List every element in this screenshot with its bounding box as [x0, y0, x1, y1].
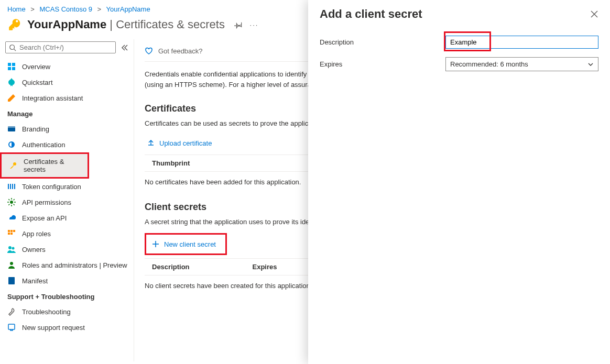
sidebar-item-label: Overview [22, 63, 50, 71]
svg-rect-19 [10, 233, 13, 235]
page-title: YourAppName | Certificates & secrets [27, 18, 225, 31]
svg-point-22 [10, 262, 13, 265]
sidebar-item-label: New support request [22, 324, 85, 332]
sidebar-item-label: Owners [22, 246, 46, 253]
sidebar-item-label: Expose an API [22, 214, 67, 222]
svg-rect-24 [8, 324, 15, 329]
support-request-icon [7, 323, 16, 332]
page-title-section: Certificates & secrets [116, 18, 225, 31]
sidebar-item-integration-assistant[interactable]: Integration assistant [0, 90, 134, 106]
svg-rect-3 [12, 63, 15, 66]
col-thumbprint: Thumbprint [152, 159, 190, 167]
svg-point-20 [8, 246, 12, 249]
sidebar-item-label: Integration assistant [22, 94, 83, 102]
sidebar-item-expose-api[interactable]: Expose an API [0, 210, 134, 226]
sidebar-item-label: Branding [22, 125, 49, 133]
owners-icon [7, 245, 16, 253]
col-description: Description [152, 263, 190, 271]
quickstart-icon [7, 78, 16, 86]
svg-rect-4 [8, 67, 11, 70]
svg-line-1 [14, 49, 16, 51]
upload-certificate-button[interactable]: Upload certificate [145, 135, 214, 151]
search-input[interactable] [19, 43, 112, 51]
authentication-icon [7, 140, 16, 149]
sidebar-item-manifest[interactable]: Manifest [0, 273, 134, 289]
chevron-down-icon [587, 61, 594, 68]
expires-value: Recommended: 6 months [450, 60, 528, 68]
breadcrumb-org[interactable]: MCAS Contoso 9 [40, 5, 92, 13]
token-icon [7, 182, 16, 191]
svg-rect-2 [8, 63, 11, 66]
sidebar-item-label: Authentication [22, 141, 65, 149]
svg-point-21 [12, 247, 15, 250]
sidebar-item-label: Troubleshooting [22, 308, 71, 316]
sidebar-item-api-permissions[interactable]: API permissions [0, 194, 134, 210]
sidebar-item-roles-administrators[interactable]: Roles and administrators | Preview [0, 257, 134, 273]
close-icon [590, 10, 598, 18]
expires-select[interactable]: Recommended: 6 months [445, 57, 598, 71]
svg-rect-15 [8, 230, 10, 232]
expose-api-icon [7, 214, 16, 222]
svg-point-14 [10, 201, 13, 204]
sidebar-item-label: Quickstart [22, 79, 53, 86]
add-client-secret-panel: Add a client secret Description Expires … [308, 0, 610, 364]
svg-rect-16 [10, 230, 13, 232]
page-title-app: YourAppName [27, 18, 106, 31]
sidebar-item-label: App roles [22, 230, 51, 238]
description-label: Description [320, 38, 445, 46]
col-expires: Expires [253, 263, 277, 271]
troubleshooting-icon [7, 307, 16, 316]
search-input-wrapper[interactable] [5, 41, 116, 53]
sidebar-item-troubleshooting[interactable]: Troubleshooting [0, 304, 134, 319]
new-client-secret-button[interactable]: New client secret [146, 235, 225, 253]
breadcrumb-home[interactable]: Home [7, 5, 26, 13]
upload-certificate-label: Upload certificate [159, 139, 212, 147]
expires-label: Expires [320, 60, 445, 68]
sidebar-item-overview[interactable]: Overview [0, 59, 134, 74]
breadcrumb-sep: > [97, 5, 102, 13]
sidebar-item-owners[interactable]: Owners [0, 241, 134, 257]
svg-point-0 [10, 45, 15, 49]
plus-icon [151, 240, 160, 248]
app-roles-icon [7, 229, 16, 238]
more-icon[interactable]: ··· [250, 20, 258, 29]
key-icon [7, 17, 22, 32]
panel-title: Add a client secret [320, 7, 422, 21]
collapse-sidebar-icon[interactable] [120, 43, 128, 52]
api-permissions-icon [7, 198, 16, 206]
sidebar-item-token-configuration[interactable]: Token configuration [0, 179, 134, 194]
key-icon [9, 161, 17, 170]
heart-icon [145, 47, 153, 55]
breadcrumb-app[interactable]: YourAppName [106, 5, 150, 13]
sidebar-item-certificates-secrets[interactable]: Certificates & secrets [2, 154, 88, 177]
svg-rect-17 [13, 230, 15, 232]
sidebar-item-label: Token configuration [22, 183, 81, 191]
search-icon [9, 44, 16, 51]
roles-admin-icon [7, 261, 16, 269]
svg-rect-7 [8, 126, 15, 128]
pin-icon[interactable] [234, 20, 243, 29]
sidebar-item-label: Roles and administrators | Preview [22, 261, 127, 269]
breadcrumb-sep: > [30, 5, 35, 13]
svg-rect-18 [8, 233, 10, 235]
sidebar-item-new-support-request[interactable]: New support request [0, 319, 134, 335]
overview-icon [7, 62, 16, 71]
branding-icon [7, 125, 16, 133]
sidebar-item-label: Certificates & secrets [24, 158, 82, 173]
sidebar-header-support: Support + Troubleshooting [0, 289, 134, 304]
upload-icon [147, 139, 155, 147]
sidebar: Overview Quickstart Integration assistan… [0, 39, 134, 361]
integration-icon [7, 94, 16, 102]
sidebar-item-authentication[interactable]: Authentication [0, 137, 134, 152]
svg-rect-23 [8, 277, 15, 284]
sidebar-item-quickstart[interactable]: Quickstart [0, 74, 134, 90]
feedback-label: Got feedback? [158, 47, 203, 55]
sidebar-item-app-roles[interactable]: App roles [0, 226, 134, 241]
close-panel-button[interactable] [590, 10, 598, 18]
sidebar-item-branding[interactable]: Branding [0, 121, 134, 137]
sidebar-item-label: Manifest [22, 277, 48, 285]
new-client-secret-label: New client secret [164, 240, 216, 248]
svg-rect-5 [12, 67, 15, 70]
description-input[interactable] [445, 36, 598, 49]
sidebar-header-manage: Manage [0, 106, 134, 121]
